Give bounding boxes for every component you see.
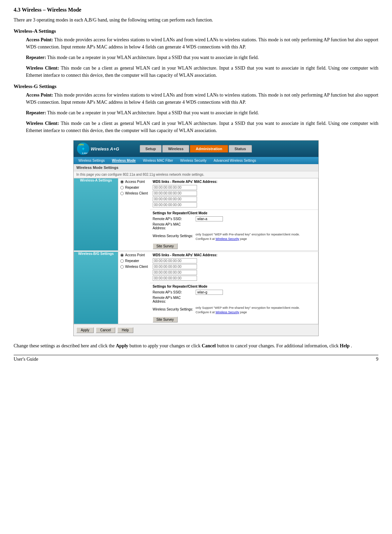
router-header: 5GHz + 2.4GHz Wireless A+G Setup Wireles… — [74, 141, 318, 157]
wireless-bg-repeater-section: Settings for Repeater/Client Mode Remote… — [150, 283, 318, 324]
repeater-g-para: Repeater: This mode can be a repeater in… — [26, 109, 378, 116]
footer-help-after: . — [351, 343, 352, 348]
wireless-client-g-term: Wireless Client: — [26, 121, 59, 126]
wireless-a-wds-2[interactable] — [153, 191, 197, 196]
wireless-bg-mac-label: Remote AP's MAC Address: — [153, 296, 194, 303]
ap-radio-indicator — [120, 180, 124, 184]
subnav-wireless-mac-filter[interactable]: Wireless MAC Filter — [139, 158, 176, 163]
wireless-bg-inner: Access Point Repeater Wireless Client — [118, 252, 318, 324]
wireless-a-heading: Wireless-A Settings — [14, 28, 378, 34]
footer-right-label: 9 — [376, 357, 378, 362]
wireless-bg-ap-radio[interactable]: Access Point — [120, 253, 148, 257]
repeater-g-term: Repeater: — [26, 110, 46, 115]
wireless-a-security-label: Wireless Security Settings: — [153, 234, 194, 238]
wireless-a-wds-4[interactable] — [153, 202, 197, 207]
wireless-bg-right-panel: WDS links - Remote APs' MAC Address: Set… — [150, 252, 318, 324]
repeater-g-desc: This mode can be a repeater in your WLAN… — [47, 110, 259, 115]
page-title: 4.3 Wireless – Wireless Mode — [14, 7, 378, 13]
wireless-a-ssid-input[interactable] — [196, 216, 223, 221]
wireless-bg-ssid-input[interactable] — [196, 290, 223, 295]
cancel-button[interactable]: Cancel — [96, 327, 115, 333]
footer-help-bold: Help — [340, 343, 350, 348]
wireless-a-inner: Access Point Repeater Wireless Client — [118, 178, 318, 250]
client-radio-indicator — [120, 192, 124, 195]
wireless-a-security-note: only Support "WEP with Pre-shared key" e… — [196, 232, 300, 241]
wireless-bg-security-link[interactable]: Wireless Security — [215, 311, 239, 314]
wireless-client-a-term: Wireless Client: — [26, 66, 59, 71]
wireless-a-settings-label: Wireless-A Settings — [80, 178, 112, 182]
nav-tab-administration[interactable]: Administration — [190, 145, 228, 153]
logo-5ghz-text: 5GHz — [78, 143, 84, 146]
repeater-a-term: Repeater: — [26, 55, 46, 60]
logo-text: Wireless A+G — [91, 146, 119, 151]
bg-repeater-radio-label: Repeater — [125, 259, 139, 263]
access-point-a-para: Access Point: This mode provides access … — [26, 36, 378, 50]
wireless-bg-settings-table: Wireless-B/G Settings Access Point — [74, 251, 318, 324]
wireless-bg-radio-group: Access Point Repeater Wireless Client — [118, 252, 150, 324]
wireless-a-wds-title: WDS links - Remote APs' MAC Address: — [153, 180, 315, 184]
wireless-a-client-radio[interactable]: Wireless Client — [120, 191, 148, 195]
repeater-radio-label: Repeater — [125, 186, 139, 189]
wireless-client-a-para: Wireless Client: This mode can be a clie… — [26, 64, 378, 79]
footer-bar: User's Guide 9 — [14, 355, 378, 362]
wireless-a-section: Wireless-A Settings Access Point: This m… — [14, 28, 378, 79]
footer-apply-bold: Apply — [116, 343, 129, 348]
wireless-a-ssid-row: Remote AP's SSID: — [153, 216, 315, 221]
wireless-bg-wds-title: WDS links - Remote APs' MAC Address: — [153, 253, 315, 257]
access-point-a-desc: This mode provides access for wireless s… — [26, 37, 378, 49]
nav-tab-wireless[interactable]: Wireless — [162, 145, 189, 153]
footer-paragraph: Change these settings as described here … — [14, 342, 378, 349]
access-point-g-desc: This mode provides access for wireless s… — [26, 92, 378, 105]
subnav-wireless-mode[interactable]: Wireless Mode — [108, 158, 139, 163]
subnav-wireless-settings[interactable]: Wireless Settings — [75, 158, 108, 163]
wireless-bg-wds-1[interactable] — [153, 258, 197, 263]
wireless-bg-site-survey-btn[interactable]: Site Survey — [153, 317, 178, 322]
bg-repeater-radio-indicator — [120, 259, 124, 263]
wireless-a-repeater-section: Settings for Repeater/Client Mode Remote… — [150, 210, 318, 250]
wireless-a-site-survey-btn[interactable]: Site Survey — [153, 243, 178, 249]
logo-plus: + — [82, 146, 85, 151]
logo-24ghz-text: 2.4GHz — [82, 152, 89, 154]
subnav-wireless-security[interactable]: Wireless Security — [177, 158, 210, 163]
bottom-buttons-bar: Apply Cancel Help — [74, 324, 318, 336]
footer-cancel-after: button to cancel your changes. For addit… — [217, 343, 340, 348]
wireless-a-ssid-label: Remote AP's SSID: — [153, 217, 194, 221]
repeater-a-para: Repeater: This mode can be a repeater in… — [26, 54, 378, 61]
subnav-advanced-wireless[interactable]: Advanced Wireless Settings — [210, 158, 260, 163]
wireless-bg-repeater-radio[interactable]: Repeater — [120, 259, 148, 263]
wireless-bg-security-row: Wireless Security Settings: only Support… — [153, 304, 315, 314]
wireless-bg-settings-label: Wireless-B/G Settings — [78, 252, 114, 256]
access-point-g-para: Access Point: This mode provides access … — [26, 91, 378, 106]
wireless-bg-ssid-label: Remote AP's SSID: — [153, 290, 194, 294]
router-nav: Setup Wireless Administration Status — [140, 145, 252, 153]
apply-button[interactable]: Apply — [76, 327, 94, 333]
intro-paragraph: There are 3 operating modes in each A,B/… — [14, 16, 378, 24]
router-content: Wireless Mode Settings In this page you … — [74, 164, 318, 336]
repeater-radio-indicator — [120, 186, 124, 189]
wireless-bg-wds-4[interactable] — [153, 276, 197, 281]
wireless-a-repeater-title: Settings for Repeater/Client Mode — [153, 211, 315, 215]
wireless-a-mac-row: Remote AP's MAC Address: — [153, 222, 315, 230]
wireless-bg-client-radio[interactable]: Wireless Client — [120, 265, 148, 269]
wireless-bg-wds-3[interactable] — [153, 270, 197, 275]
wireless-bg-wds-2[interactable] — [153, 264, 197, 269]
wireless-a-ap-radio[interactable]: Access Point — [120, 180, 148, 184]
wireless-a-wds-1[interactable] — [153, 185, 197, 190]
wireless-a-wds-3[interactable] — [153, 197, 197, 202]
wireless-a-security-link[interactable]: Wireless Security — [215, 237, 239, 241]
wireless-g-heading: Wireless-G Settings — [14, 84, 378, 89]
bg-client-radio-indicator — [120, 265, 124, 269]
bg-ap-radio-label: Access Point — [125, 253, 145, 257]
wireless-g-section: Wireless-G Settings Access Point: This m… — [14, 84, 378, 134]
repeater-a-desc: This mode can be a repeater in your WLAN… — [47, 55, 259, 60]
wireless-client-g-desc: This mode can be a client as general WLA… — [26, 121, 378, 133]
wireless-bg-ssid-row: Remote AP's SSID: — [153, 290, 315, 295]
wireless-bg-security-note: only Support "WEP with Pre-shared key" e… — [196, 306, 300, 314]
nav-tab-setup[interactable]: Setup — [140, 145, 162, 153]
help-button[interactable]: Help — [117, 327, 133, 333]
wireless-client-g-para: Wireless Client: This mode can be a clie… — [26, 120, 378, 134]
wireless-a-repeater-radio[interactable]: Repeater — [120, 186, 148, 189]
footer-apply-after: button to apply your changes or click — [130, 343, 202, 348]
nav-tab-status[interactable]: Status — [229, 145, 252, 153]
wireless-a-security-row: Wireless Security Settings: only Support… — [153, 231, 315, 241]
